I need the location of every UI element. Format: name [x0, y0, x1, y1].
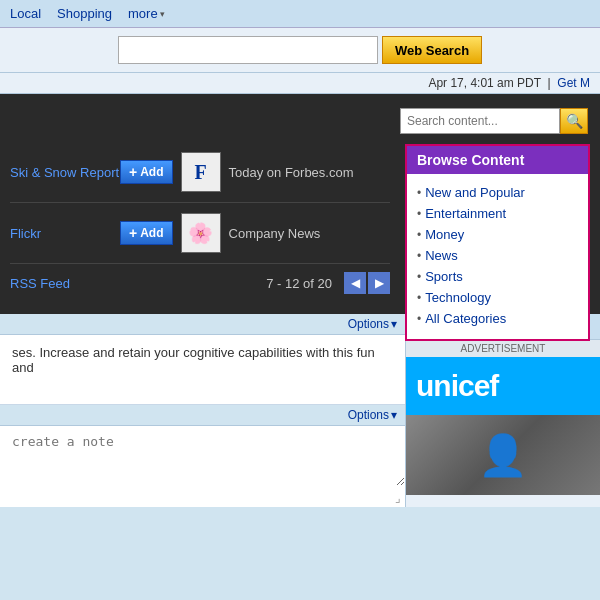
widget-content-text: ses. Increase and retain your cognitive …	[12, 345, 375, 375]
rss-feed-link[interactable]: RSS Feed	[10, 276, 70, 291]
widget-icon-flickr: 🌸	[181, 213, 221, 253]
add-button-ski[interactable]: + Add	[120, 160, 173, 184]
web-search-button[interactable]: Web Search	[382, 36, 482, 64]
right-panel: Advertisement ADVERTISEMENT unicef 👤	[405, 314, 600, 507]
note-input[interactable]	[0, 426, 405, 486]
ad-label: ADVERTISEMENT	[406, 340, 600, 357]
widget-content-1: ses. Increase and retain your cognitive …	[0, 335, 405, 405]
options-label-2: Options	[348, 408, 389, 422]
widget-icon-forbes: F	[181, 152, 221, 192]
note-area: ⌟	[0, 426, 405, 507]
unicef-banner: unicef	[406, 357, 600, 415]
bottom-area: Options ▾ ses. Increase and retain your …	[0, 314, 600, 507]
widget-label-flickr: Flickr	[10, 226, 120, 241]
options-bar-2: Options ▾	[0, 405, 405, 426]
list-item: Entertainment	[417, 203, 578, 224]
widget-row-flickr: Flickr + Add 🌸 Company News	[10, 203, 390, 264]
browse-items-list: New and Popular Entertainment Money News…	[417, 182, 578, 329]
browse-item-entertainment[interactable]: Entertainment	[425, 206, 506, 221]
browse-panel-header: Browse Content	[407, 146, 588, 174]
content-search-input[interactable]	[400, 108, 560, 134]
ad-image: 👤	[406, 415, 600, 495]
plus-icon: +	[129, 164, 137, 180]
browse-item-all-categories[interactable]: All Categories	[425, 311, 506, 326]
prev-page-button[interactable]: ◀	[344, 272, 366, 294]
forbes-logo: F	[194, 161, 206, 184]
options-bar-1: Options ▾	[0, 314, 405, 335]
pagination-row: RSS Feed 7 - 12 of 20 ◀ ▶	[10, 264, 390, 300]
nav-more-container: more ▾	[128, 6, 165, 21]
content-search-button[interactable]: 🔍	[560, 108, 588, 134]
get-more-link[interactable]: Get M	[557, 76, 590, 90]
next-page-button[interactable]: ▶	[368, 272, 390, 294]
nav-shopping[interactable]: Shopping	[57, 6, 112, 21]
datetime-text: Apr 17, 4:01 am PDT	[428, 76, 541, 90]
options-link-1[interactable]: Options ▾	[348, 317, 397, 331]
widget-row-ski: Ski & Snow Report + Add F Today on Forbe…	[10, 142, 390, 203]
nav-more[interactable]: more	[128, 6, 158, 21]
unicef-text: unicef	[416, 369, 498, 403]
main-dark-area: 🔍 Browse Content New and Popular Enterta…	[0, 94, 600, 314]
browse-item-news[interactable]: News	[425, 248, 458, 263]
search-icon: 🔍	[566, 113, 583, 129]
list-item: News	[417, 245, 578, 266]
list-item: Money	[417, 224, 578, 245]
content-search-row: 🔍	[10, 108, 590, 134]
more-arrow-icon: ▾	[160, 9, 165, 19]
browse-item-technology[interactable]: Technology	[425, 290, 491, 305]
left-panel: Options ▾ ses. Increase and retain your …	[0, 314, 405, 507]
person-silhouette-icon: 👤	[478, 432, 528, 479]
page-info: 7 - 12 of 20	[266, 276, 332, 291]
top-nav: Local Shopping more ▾	[0, 0, 600, 28]
widget-name-company: Company News	[229, 226, 321, 241]
prev-arrow-icon: ◀	[351, 276, 360, 290]
list-item: All Categories	[417, 308, 578, 329]
browse-panel-list: New and Popular Entertainment Money News…	[407, 174, 588, 339]
resize-handle[interactable]: ⌟	[0, 489, 405, 507]
add-label-flickr: Add	[140, 226, 163, 240]
nav-local[interactable]: Local	[10, 6, 41, 21]
widget-name-forbes: Today on Forbes.com	[229, 165, 354, 180]
search-input[interactable]	[118, 36, 378, 64]
ad-content: ADVERTISEMENT unicef 👤	[406, 340, 600, 495]
list-item: Sports	[417, 266, 578, 287]
options-label-1: Options	[348, 317, 389, 331]
date-bar: Apr 17, 4:01 am PDT | Get M	[0, 73, 600, 94]
list-item: Technology	[417, 287, 578, 308]
browse-item-sports[interactable]: Sports	[425, 269, 463, 284]
widget-label-ski: Ski & Snow Report	[10, 165, 120, 180]
add-button-flickr[interactable]: + Add	[120, 221, 173, 245]
browse-item-new-popular[interactable]: New and Popular	[425, 185, 525, 200]
next-arrow-icon: ▶	[375, 276, 384, 290]
search-bar-area: Web Search	[0, 28, 600, 73]
browse-panel: Browse Content New and Popular Entertain…	[405, 144, 590, 341]
list-item: New and Popular	[417, 182, 578, 203]
browse-item-money[interactable]: Money	[425, 227, 464, 242]
flickr-logo-icon: 🌸	[188, 221, 213, 245]
plus-icon: +	[129, 225, 137, 241]
options-arrow-icon-2: ▾	[391, 408, 397, 422]
options-link-2[interactable]: Options ▾	[348, 408, 397, 422]
add-label-ski: Add	[140, 165, 163, 179]
options-arrow-icon-1: ▾	[391, 317, 397, 331]
